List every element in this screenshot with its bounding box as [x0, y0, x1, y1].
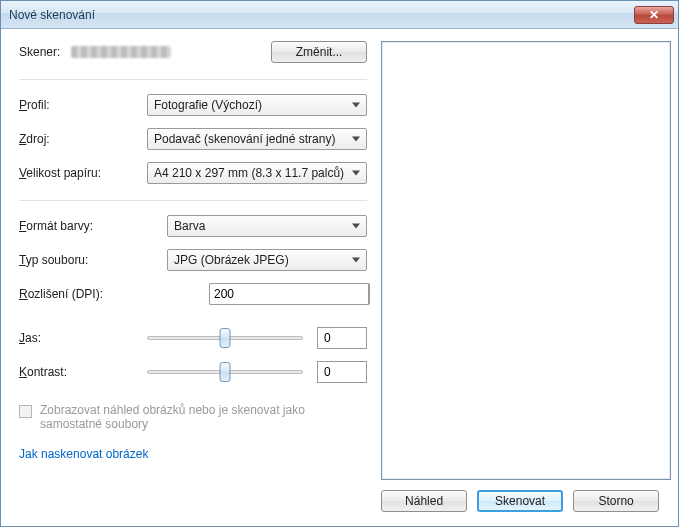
scan-dialog: Nové skenování ✕ Skener: Změnit... Profi…: [0, 0, 679, 527]
brightness-slider[interactable]: [147, 327, 303, 349]
separate-files-checkbox: [19, 405, 32, 418]
paper-row: Velikost papíru: A4 210 x 297 mm (8.3 x …: [19, 162, 367, 184]
contrast-value[interactable]: [317, 361, 367, 383]
filetype-row: Typ souboru: JPG (Obrázek JPEG): [19, 249, 367, 271]
divider: [19, 79, 367, 80]
source-label: Zdroj:: [19, 132, 147, 146]
contrast-slider[interactable]: [147, 361, 303, 383]
change-scanner-button[interactable]: Změnit...: [271, 41, 367, 63]
cancel-button[interactable]: Storno: [573, 490, 659, 512]
settings-pane: Skener: Změnit... Profil: Fotografie (Vý…: [19, 41, 367, 526]
paper-label: Velikost papíru:: [19, 166, 147, 180]
source-select[interactable]: Podavač (skenování jedné strany): [147, 128, 367, 150]
profile-row: Profil: Fotografie (Výchozí): [19, 94, 367, 116]
scanner-label: Skener:: [19, 45, 71, 59]
contrast-label: Kontrast:: [19, 365, 147, 379]
divider: [19, 200, 367, 201]
scanner-name: [71, 46, 171, 58]
slider-thumb[interactable]: [220, 362, 231, 382]
scanner-row: Skener: Změnit...: [19, 41, 367, 63]
filetype-select[interactable]: JPG (Obrázek JPEG): [167, 249, 367, 271]
brightness-row: Jas:: [19, 327, 367, 349]
brightness-value[interactable]: [317, 327, 367, 349]
help-link[interactable]: Jak naskenovat obrázek: [19, 447, 367, 461]
preview-pane: Náhled Skenovat Storno: [381, 41, 671, 526]
close-icon: ✕: [649, 8, 659, 22]
preview-area: [381, 41, 671, 480]
dpi-spinner[interactable]: [209, 283, 283, 305]
content-area: Skener: Změnit... Profil: Fotografie (Vý…: [1, 29, 678, 526]
profile-select[interactable]: Fotografie (Výchozí): [147, 94, 367, 116]
separate-files-label: Zobrazovat náhled obrázků nebo je skenov…: [40, 403, 319, 431]
contrast-row: Kontrast:: [19, 361, 367, 383]
profile-label: Profil:: [19, 98, 147, 112]
preview-button[interactable]: Náhled: [381, 490, 467, 512]
paper-select[interactable]: A4 210 x 297 mm (8.3 x 11.7 palců): [147, 162, 367, 184]
color-row: Formát barvy: Barva: [19, 215, 367, 237]
window-title: Nové skenování: [9, 8, 634, 22]
slider-thumb[interactable]: [220, 328, 231, 348]
button-bar: Náhled Skenovat Storno: [381, 480, 671, 526]
color-label: Formát barvy:: [19, 219, 167, 233]
dpi-input[interactable]: [209, 283, 368, 305]
filetype-label: Typ souboru:: [19, 253, 167, 267]
source-row: Zdroj: Podavač (skenování jedné strany): [19, 128, 367, 150]
dpi-spin-buttons[interactable]: [368, 283, 370, 305]
dpi-label: Rozlišení (DPI):: [19, 287, 167, 301]
color-select[interactable]: Barva: [167, 215, 367, 237]
close-button[interactable]: ✕: [634, 6, 674, 24]
separate-files-row: Zobrazovat náhled obrázků nebo je skenov…: [19, 403, 319, 431]
scan-button[interactable]: Skenovat: [477, 490, 563, 512]
brightness-label: Jas:: [19, 331, 147, 345]
dpi-row: Rozlišení (DPI):: [19, 283, 367, 305]
titlebar: Nové skenování ✕: [1, 1, 678, 29]
